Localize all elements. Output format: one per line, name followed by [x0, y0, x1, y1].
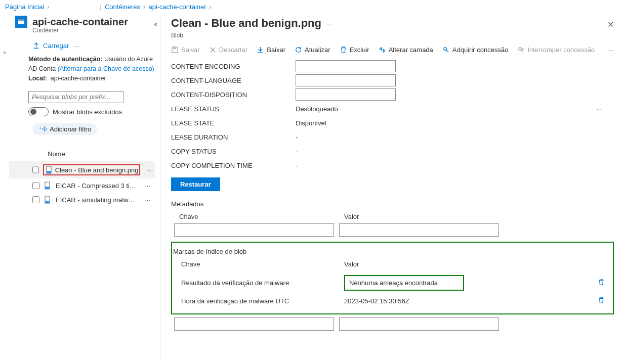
prop-value: Desbloqueado — [296, 105, 338, 113]
detail-toolbar: Salvar Descartar Baixar Atualizar Exclui… — [161, 39, 624, 59]
prop-label: LEASE STATE — [171, 119, 296, 127]
svg-rect-1 — [18, 19, 24, 21]
chevron-right-icon: › — [143, 3, 145, 11]
breadcrumb-containers[interactable]: Contêineres — [105, 3, 140, 11]
content-disposition-input[interactable] — [296, 88, 396, 101]
svg-rect-5 — [45, 187, 50, 189]
expand-icon[interactable]: » — [3, 49, 6, 55]
file-icon — [44, 196, 52, 204]
prop-value: - — [296, 162, 298, 169]
tag-key: Resultado da verificação de malware — [181, 279, 344, 287]
upload-button[interactable]: Carregar — [32, 42, 69, 50]
tags-key-header: Chave — [181, 260, 344, 268]
file-row[interactable]: EICAR - Compressed 3 time... ··· — [9, 178, 155, 193]
svg-rect-3 — [47, 171, 51, 173]
metadata-key-header: Chave — [179, 213, 339, 220]
row-more-icon[interactable]: ··· — [142, 182, 153, 190]
add-filter-button[interactable]: ⁺✢ Adicionar filtro — [32, 123, 97, 135]
auth-info: Método de autenticação: Usuário do Azure… — [9, 55, 155, 88]
row-checkbox[interactable] — [32, 196, 39, 203]
more-icon[interactable]: ··· — [596, 105, 602, 113]
prop-label: CONTENT-DISPOSITION — [171, 91, 296, 99]
acquire-lease-button[interactable]: Adquirir concessão — [442, 46, 509, 54]
tag-key-input[interactable] — [174, 317, 334, 331]
content-language-input[interactable] — [296, 74, 396, 86]
download-button[interactable]: Baixar — [257, 46, 285, 54]
row-checkbox[interactable] — [32, 166, 39, 173]
delete-tag-icon[interactable] — [598, 297, 607, 305]
file-row[interactable]: Clean - Blue and benign.png ··· — [9, 161, 155, 178]
tag-row: Resultado da verificação de malware Nenh… — [172, 272, 607, 294]
file-icon — [44, 181, 52, 190]
prop-value: Disponível — [296, 119, 326, 127]
tag-val-input[interactable] — [339, 317, 499, 331]
svg-rect-7 — [45, 201, 50, 203]
prop-label: COPY COMPLETION TIME — [171, 162, 296, 169]
column-header-name[interactable]: Nome — [9, 147, 155, 161]
row-more-icon[interactable]: ··· — [144, 166, 156, 174]
show-deleted-toggle[interactable] — [28, 107, 49, 116]
file-list: Nome Clean - Blue and benign.png ··· EIC… — [9, 147, 155, 207]
change-tier-button[interactable]: Alterar camada — [379, 46, 433, 54]
tags-val-header: Valor — [344, 260, 359, 268]
tag-value: 2023-05-02 15:30:56Z — [344, 297, 598, 305]
prop-value: - — [296, 133, 298, 141]
break-lease-button[interactable]: Interromper concessão — [517, 46, 595, 54]
prop-label: CONTENT-LANGUAGE — [171, 77, 296, 84]
row-checkbox[interactable] — [32, 182, 39, 189]
toggle-label: Mostrar blobs excluídos — [53, 108, 122, 116]
restore-button[interactable]: Restaurar — [171, 177, 220, 191]
chevron-right-icon: › — [47, 3, 49, 11]
sidebar: api-cache-container Contêiner « Carregar… — [9, 14, 161, 362]
tag-value: Nenhuma ameaça encontrada — [344, 275, 464, 291]
row-more-icon[interactable]: ··· — [142, 196, 153, 204]
close-icon[interactable]: ✕ — [607, 20, 614, 29]
search-blobs-input[interactable] — [28, 91, 123, 103]
tag-key: Hora da verificação de malware UTC — [181, 297, 344, 305]
metadata-section-label: Metadados — [171, 200, 614, 208]
file-icon — [45, 166, 53, 174]
file-name: Clean - Blue and benign.png — [55, 166, 139, 174]
sidebar-title: api-cache-container — [32, 16, 128, 28]
delete-button[interactable]: Excluir — [340, 46, 369, 54]
tag-row: Hora da verificação de malware UTC 2023-… — [172, 294, 607, 308]
metadata-key-input[interactable] — [174, 223, 334, 237]
delete-tag-icon[interactable] — [598, 279, 607, 287]
metadata-val-input[interactable] — [339, 223, 499, 237]
file-row[interactable]: EICAR - simulating malware... ··· — [9, 193, 155, 207]
more-icon[interactable]: ··· — [74, 42, 79, 50]
breadcrumb-container[interactable]: api-cache-container — [148, 3, 206, 11]
file-name: EICAR - Compressed 3 time... — [56, 182, 138, 190]
content-encoding-input[interactable] — [296, 60, 396, 72]
prop-label: COPY STATUS — [171, 148, 296, 155]
breadcrumb: Página Inicial › | Contêineres › api-cac… — [0, 0, 624, 14]
expand-panel: » — [0, 14, 9, 362]
refresh-button[interactable]: Atualizar — [295, 46, 330, 54]
detail-panel: Clean - Blue and benign.png ··· Blob ✕ S… — [161, 14, 624, 362]
detail-title: Clean - Blue and benign.png — [171, 17, 321, 29]
metadata-val-header: Valor — [344, 213, 359, 220]
save-button[interactable]: Salvar — [171, 46, 200, 54]
switch-auth-link[interactable]: (Alternar para a Chave de acesso) — [58, 65, 154, 72]
breadcrumb-home[interactable]: Página Inicial — [5, 3, 44, 11]
svg-rect-8 — [174, 47, 176, 49]
discard-button[interactable]: Descartar — [209, 46, 247, 54]
index-tags-section: Marcas de índice de blob Chave Valor Res… — [171, 242, 614, 314]
file-name: EICAR - simulating malware... — [56, 196, 138, 204]
collapse-icon[interactable]: « — [154, 21, 157, 28]
detail-subtitle: Blob — [161, 32, 624, 39]
container-icon — [15, 16, 27, 28]
chevron-right-icon: › — [210, 3, 212, 11]
prop-value: - — [296, 148, 298, 155]
tags-section-label: Marcas de índice de blob — [172, 248, 607, 255]
prop-label: LEASE STATUS — [171, 105, 296, 113]
prop-label: LEASE DURATION — [171, 133, 296, 141]
detail-more-icon[interactable]: ··· — [326, 20, 332, 27]
sidebar-subtitle: Contêiner — [9, 27, 155, 34]
prop-label: CONTENT-ENCODING — [171, 63, 296, 70]
toolbar-more-icon[interactable]: ··· — [608, 46, 614, 54]
